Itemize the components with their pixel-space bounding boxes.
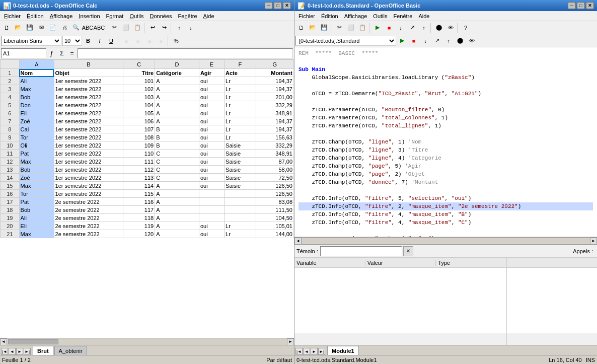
- basic-breakpt2-btn[interactable]: ⬤: [455, 35, 466, 46]
- cell-C10[interactable]: 109: [123, 141, 155, 150]
- cell-D19[interactable]: A: [155, 214, 199, 222]
- cell-E20[interactable]: oui: [199, 222, 224, 230]
- cell-F3[interactable]: Lr: [225, 85, 256, 93]
- cell-B18[interactable]: 2e semestre 2022: [54, 206, 123, 214]
- cell-D16[interactable]: A: [155, 190, 199, 198]
- cell-D20[interactable]: A: [155, 222, 199, 230]
- cell-E21[interactable]: oui: [199, 230, 224, 238]
- basic-stepout-btn[interactable]: ↑: [418, 22, 429, 33]
- cell-A3[interactable]: Max: [19, 85, 54, 93]
- formula-input[interactable]: [78, 48, 293, 58]
- cell-B5[interactable]: 1er semestre 2022: [54, 101, 123, 109]
- cell-G5[interactable]: 332,29: [256, 101, 293, 109]
- basic-help-btn[interactable]: ?: [460, 22, 471, 33]
- basic-watch-btn[interactable]: 👁: [445, 22, 456, 33]
- cell-C11[interactable]: 110: [123, 150, 155, 158]
- cell-D7[interactable]: A: [155, 117, 199, 125]
- save-button[interactable]: 💾: [24, 22, 35, 33]
- col-header-f[interactable]: F: [225, 60, 256, 69]
- basic-menu-aide[interactable]: Aide: [415, 12, 432, 20]
- cell-A13[interactable]: Bob: [19, 166, 54, 174]
- cell-F20[interactable]: Lr: [225, 222, 256, 230]
- cell-G15[interactable]: 126,50: [256, 182, 293, 190]
- basic-step2-btn[interactable]: ↓: [420, 35, 431, 46]
- cell-D12[interactable]: C: [155, 158, 199, 166]
- cell-E17[interactable]: [199, 198, 224, 206]
- cell-A14[interactable]: Zoé: [19, 174, 54, 182]
- cell-F18[interactable]: [225, 206, 256, 214]
- cell-D5[interactable]: A: [155, 101, 199, 109]
- debug-appels-body[interactable]: [507, 268, 597, 333]
- basic-menu-fichier[interactable]: Fichier: [295, 12, 318, 20]
- cell-E10[interactable]: oui: [199, 141, 224, 150]
- cell-B2[interactable]: 1er semestre 2022: [54, 77, 123, 85]
- new-button[interactable]: 🗋: [1, 22, 12, 33]
- pdf-button[interactable]: 📄: [47, 22, 58, 33]
- cell-B16[interactable]: 1er semestre 2022: [54, 190, 123, 198]
- underline-button[interactable]: U: [106, 35, 117, 46]
- equals-button[interactable]: =: [67, 49, 77, 58]
- cell-C8[interactable]: 107: [123, 125, 155, 133]
- basic-new-btn[interactable]: 🗋: [295, 22, 307, 33]
- paste-button[interactable]: 📋: [132, 22, 143, 33]
- cell-A6[interactable]: Eli: [19, 109, 54, 117]
- cell-G7[interactable]: 194,37: [256, 117, 293, 125]
- cell-B21[interactable]: 2e semestre 2022: [54, 230, 123, 238]
- cell-A19[interactable]: Ali: [19, 214, 54, 222]
- cell-G17[interactable]: 83,08: [256, 198, 293, 206]
- basic-hscroll-left[interactable]: ◄: [294, 238, 302, 245]
- cell-E5[interactable]: oui: [199, 101, 224, 109]
- percent-button[interactable]: %: [171, 35, 182, 46]
- hscroll-right-btn[interactable]: ►: [287, 338, 294, 345]
- hscroll-left-btn[interactable]: ◄: [0, 338, 7, 345]
- cell-E12[interactable]: oui: [199, 158, 224, 166]
- cell-G19[interactable]: 104,50: [256, 214, 293, 222]
- cell-E2[interactable]: oui: [199, 77, 224, 85]
- cell-G6[interactable]: 348,91: [256, 109, 293, 117]
- cell-F19[interactable]: [225, 214, 256, 222]
- col-header-d[interactable]: D: [155, 60, 199, 69]
- cell-F6[interactable]: Lr: [225, 109, 256, 117]
- cell-D13[interactable]: C: [155, 166, 199, 174]
- basic-step-btn[interactable]: ↓: [395, 22, 406, 33]
- cell-C20[interactable]: 119: [123, 222, 155, 230]
- cell-G10[interactable]: 332,29: [256, 141, 293, 150]
- debug-temoin-input[interactable]: [320, 246, 402, 256]
- cell-C21[interactable]: 120: [123, 230, 155, 238]
- cell-D3[interactable]: A: [155, 85, 199, 93]
- cell-F2[interactable]: Lr: [225, 77, 256, 85]
- calc-menu-insertion[interactable]: Insertion: [76, 12, 103, 20]
- cell-D10[interactable]: B: [155, 141, 199, 150]
- basic-breakpoint-btn[interactable]: ⬤: [433, 22, 444, 33]
- basic-run-btn[interactable]: ▶: [372, 22, 383, 33]
- cell-A5[interactable]: Don: [19, 101, 54, 109]
- cell-G14[interactable]: 72,50: [256, 174, 293, 182]
- cell-B12[interactable]: 1er semestre 2022: [54, 158, 123, 166]
- cell-A12[interactable]: Max: [19, 158, 54, 166]
- cell-B3[interactable]: 1er semestre 2022: [54, 85, 123, 93]
- cell-D21[interactable]: A: [155, 230, 199, 238]
- calc-menu-edition[interactable]: Édition: [24, 12, 47, 20]
- cell-A8[interactable]: Cal: [19, 125, 54, 133]
- cell-E9[interactable]: oui: [199, 133, 224, 141]
- cell-C9[interactable]: 108: [123, 133, 155, 141]
- cell-C5[interactable]: 104: [123, 101, 155, 109]
- cell-F5[interactable]: Lr: [225, 101, 256, 109]
- cell-e1[interactable]: Agir: [199, 69, 224, 77]
- spellcheck2-button[interactable]: ABC: [94, 22, 105, 33]
- cell-F11[interactable]: Saisie: [225, 150, 256, 158]
- col-header-b[interactable]: B: [54, 60, 123, 69]
- basic-hscroll-right[interactable]: ►: [590, 238, 597, 245]
- cell-E18[interactable]: [199, 206, 224, 214]
- cell-D18[interactable]: A: [155, 206, 199, 214]
- cell-B19[interactable]: 2e semestre 2022: [54, 214, 123, 222]
- cell-C7[interactable]: 106: [123, 117, 155, 125]
- cell-B14[interactable]: 1er semestre 2022: [54, 174, 123, 182]
- basic-run2-btn[interactable]: ▶: [397, 35, 408, 46]
- cell-F10[interactable]: Saisie: [225, 141, 256, 150]
- cell-d1[interactable]: Catégorie: [155, 69, 199, 77]
- cell-G21[interactable]: 144,00: [256, 230, 293, 238]
- basic-paste-btn[interactable]: 📋: [357, 22, 368, 33]
- calc-maximize-button[interactable]: □: [274, 2, 282, 9]
- basic-menu-edition[interactable]: Édition: [318, 12, 341, 20]
